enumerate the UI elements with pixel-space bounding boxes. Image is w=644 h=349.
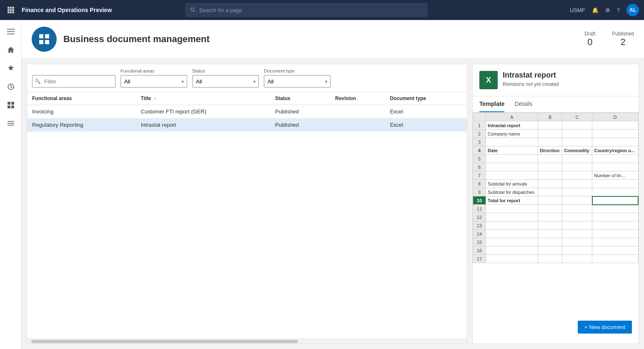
right-panel-header: X Intrastat report Revisions not yet cre… xyxy=(473,64,639,96)
published-value: 2 xyxy=(612,37,634,48)
scrollbar-thumb[interactable] xyxy=(31,340,298,343)
grid-menu-icon[interactable] xyxy=(5,4,17,16)
functional-areas-select[interactable]: All xyxy=(120,75,187,88)
notification-icon[interactable]: 🔔 xyxy=(592,7,599,13)
excel-row: 15 xyxy=(473,238,639,246)
page-module-icon xyxy=(32,27,57,52)
excel-row: 1Intrastat report xyxy=(473,121,639,130)
content-area: Business document management Draft 0 Pub… xyxy=(22,20,644,349)
table-row[interactable]: Invoicing Customer FTI report (GER) Publ… xyxy=(27,105,467,118)
svg-rect-22 xyxy=(39,34,43,38)
app-title: Finance and Operations Preview xyxy=(22,7,112,13)
filter-search-wrap: 🔍 xyxy=(32,75,115,88)
sidebar-favorites-icon[interactable] xyxy=(3,60,19,77)
table-panel: 🔍 Functional areas All ▾ xyxy=(22,59,644,349)
excel-row: 17 xyxy=(473,255,639,263)
table-row[interactable]: Regulatory Reporting Intrastat report Pu… xyxy=(27,118,467,132)
document-type-filter-group: Document type All ▾ xyxy=(264,68,331,88)
table-header-row: Functional areas Title ↑ Status Revision… xyxy=(27,92,467,105)
excel-row: 7Number of lin... xyxy=(473,171,639,180)
status-select-wrap: All ▾ xyxy=(192,75,259,88)
table-body: Invoicing Customer FTI report (GER) Publ… xyxy=(27,105,467,132)
document-type-filter-label: Document type xyxy=(264,68,331,73)
excel-row: 14 xyxy=(473,230,639,238)
excel-row: 4DateDirectionCommodityCountry/region o.… xyxy=(473,146,639,155)
excel-row: 12 xyxy=(473,213,639,221)
svg-point-9 xyxy=(191,8,194,11)
status-filter-group: Status All ▾ xyxy=(192,68,259,88)
filter-search-group: 🔍 xyxy=(32,75,115,88)
filter-input[interactable] xyxy=(32,75,115,88)
col-status[interactable]: Status xyxy=(270,92,330,105)
svg-rect-23 xyxy=(45,34,49,38)
excel-row: 16 xyxy=(473,246,639,255)
help-icon[interactable]: ? xyxy=(617,7,620,13)
excel-grid: ABCD1Intrastat report2Company name34Date… xyxy=(473,113,639,316)
tab-details[interactable]: Details xyxy=(514,96,532,112)
right-panel-info: Intrastat report Revisions not yet creat… xyxy=(503,71,559,87)
sidebar-workspaces-icon[interactable] xyxy=(3,97,19,113)
excel-row: 2Company name xyxy=(473,130,639,138)
published-stat: Published 2 xyxy=(612,31,634,48)
filters-bar: 🔍 Functional areas All ▾ xyxy=(27,64,467,92)
document-type-select[interactable]: All xyxy=(264,75,331,88)
svg-rect-8 xyxy=(12,11,14,13)
svg-rect-25 xyxy=(45,40,49,44)
cell-status: Published xyxy=(270,118,330,132)
col-title[interactable]: Title ↑ xyxy=(136,92,270,105)
sidebar-collapse-icon[interactable] xyxy=(3,23,19,40)
nav-right-area: USMF 🔔 ⚙ ? AL xyxy=(570,4,639,16)
col-revision[interactable]: Revision xyxy=(330,92,385,105)
svg-rect-16 xyxy=(11,102,14,105)
svg-rect-2 xyxy=(12,7,14,9)
filter-search-icon: 🔍 xyxy=(35,78,41,84)
page-title: Business document management xyxy=(63,34,210,45)
svg-rect-4 xyxy=(10,9,12,11)
cell-functional-areas: Regulatory Reporting xyxy=(27,118,136,132)
sidebar-recent-icon[interactable] xyxy=(3,78,19,95)
tab-template[interactable]: Template xyxy=(479,96,504,112)
svg-rect-7 xyxy=(10,11,12,13)
main-layout: Business document management Draft 0 Pub… xyxy=(0,20,644,349)
user-avatar[interactable]: AL xyxy=(626,4,639,16)
svg-rect-13 xyxy=(7,34,15,35)
excel-row: 10Total for report xyxy=(473,196,639,205)
svg-rect-18 xyxy=(11,105,14,108)
col-document-type[interactable]: Document type xyxy=(385,92,467,105)
excel-row: 5 xyxy=(473,155,639,163)
excel-row: 3 xyxy=(473,138,639,146)
excel-row: 9Subtotal for dispatches xyxy=(473,188,639,196)
cell-title: Intrastat report xyxy=(136,118,270,132)
panel-tabs: Template Details xyxy=(473,96,639,113)
draft-stat: Draft 0 xyxy=(584,31,595,48)
search-input[interactable] xyxy=(199,7,423,13)
page-stats: Draft 0 Published 2 xyxy=(584,31,634,48)
table-scroll-area[interactable]: Functional areas Title ↑ Status Revision… xyxy=(27,92,467,339)
settings-icon[interactable]: ⚙ xyxy=(605,7,610,13)
sidebar-home-icon[interactable] xyxy=(3,42,19,58)
right-panel-subtitle: Revisions not yet created xyxy=(503,81,559,87)
svg-rect-17 xyxy=(8,105,10,108)
company-selector[interactable]: USMF xyxy=(570,7,585,13)
new-document-button[interactable]: + New document xyxy=(578,321,632,334)
sort-icon: ↑ xyxy=(154,96,156,101)
svg-rect-19 xyxy=(8,121,14,122)
search-icon xyxy=(190,7,195,13)
table-section: 🔍 Functional areas All ▾ xyxy=(27,64,467,344)
published-label: Published xyxy=(612,31,634,37)
svg-rect-11 xyxy=(7,29,15,30)
excel-icon: X xyxy=(479,71,498,89)
sidebar-modules-icon[interactable] xyxy=(3,115,19,132)
search-bar[interactable] xyxy=(185,3,427,17)
right-panel: X Intrastat report Revisions not yet cre… xyxy=(472,64,639,344)
horizontal-scrollbar[interactable] xyxy=(27,339,467,344)
svg-rect-15 xyxy=(8,102,10,105)
excel-row: 6 xyxy=(473,163,639,171)
svg-rect-3 xyxy=(8,9,10,11)
col-functional-areas[interactable]: Functional areas xyxy=(27,92,136,105)
status-select[interactable]: All xyxy=(192,75,259,88)
svg-rect-5 xyxy=(12,9,14,11)
cell-revision xyxy=(330,118,385,132)
document-type-select-wrap: All ▾ xyxy=(264,75,331,88)
svg-rect-12 xyxy=(7,31,15,32)
